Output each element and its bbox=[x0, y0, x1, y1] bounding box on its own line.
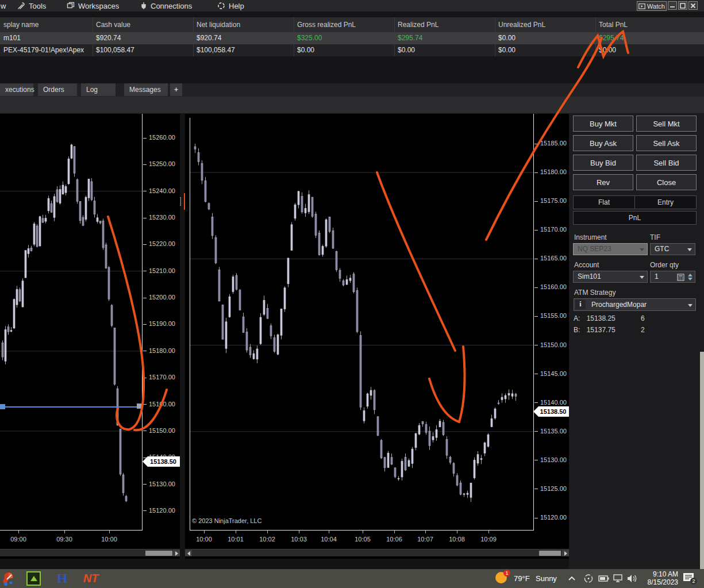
main-scrollbar-thumb[interactable] bbox=[539, 551, 561, 556]
chevron-down-icon bbox=[688, 304, 693, 307]
tab-messages[interactable]: Messages bbox=[124, 83, 168, 96]
y-tick-mark bbox=[534, 287, 538, 288]
line-right-handle[interactable] bbox=[137, 403, 142, 409]
info-icon[interactable]: i bbox=[575, 300, 586, 309]
buy-mkt-button[interactable]: Buy Mkt bbox=[573, 116, 633, 132]
line-left-handle[interactable] bbox=[0, 404, 5, 409]
column-header[interactable]: Total PnL bbox=[599, 17, 701, 32]
app-maximize-button[interactable] bbox=[678, 1, 687, 10]
app-minimize-button[interactable] bbox=[668, 1, 677, 10]
taskbar-ninjatrader-icon[interactable]: NT bbox=[80, 571, 101, 586]
tif-select[interactable]: GTC bbox=[650, 243, 695, 255]
menu-item-help[interactable]: Help bbox=[217, 0, 244, 11]
x-tick-mark bbox=[488, 531, 489, 533]
watch-button[interactable]: Watch bbox=[637, 1, 667, 11]
taskbar-app-icon-3[interactable]: H bbox=[54, 571, 70, 586]
left-price-tag: 15138.50 bbox=[143, 456, 180, 467]
buy-bid-button[interactable]: Buy Bid bbox=[573, 155, 633, 171]
tab-orders[interactable]: Orders bbox=[38, 83, 77, 96]
main-scroll-left-arrow[interactable] bbox=[185, 550, 192, 556]
y-tick-mark bbox=[143, 244, 147, 245]
sell-ask-button[interactable]: Sell Ask bbox=[636, 135, 697, 151]
taskbar-app-icon-2[interactable] bbox=[26, 571, 41, 586]
y-tick-mark bbox=[534, 144, 538, 144]
weather-icon[interactable]: 1 bbox=[495, 572, 508, 585]
add-tab-button[interactable]: + bbox=[170, 83, 182, 96]
dom-instrument-select[interactable]: NQ SEP23 bbox=[573, 243, 648, 255]
column-header[interactable]: splay name bbox=[3, 17, 89, 32]
column-separator bbox=[93, 17, 93, 56]
rev-button[interactable]: Rev bbox=[573, 174, 633, 190]
tray-battery-icon[interactable] bbox=[598, 574, 610, 583]
main-chart-scrollbar[interactable] bbox=[185, 549, 569, 556]
qty-down-arrow[interactable] bbox=[688, 278, 693, 280]
workspaces-icon bbox=[67, 2, 75, 10]
plug-icon bbox=[140, 2, 147, 10]
column-header[interactable]: Gross realized PnL bbox=[297, 17, 391, 32]
tab-entry[interactable]: Entry bbox=[634, 195, 697, 209]
x-tick-mark bbox=[267, 531, 268, 533]
tray-volume-icon[interactable] bbox=[626, 574, 638, 583]
table-cell: $295.74 bbox=[599, 32, 701, 44]
left-time-axis[interactable]: 09:0009:3010:00 bbox=[0, 531, 180, 547]
table-row[interactable]: PEX-45179-01!Apex!Apex$100,058.47$100,05… bbox=[0, 44, 704, 56]
tab-pnl[interactable]: PnL bbox=[573, 211, 697, 225]
column-header[interactable]: Unrealized PnL bbox=[498, 17, 592, 32]
y-tick-label: 15125.00 bbox=[540, 485, 567, 492]
menu-item-connections[interactable]: Connections bbox=[140, 0, 192, 11]
tab-xecutions[interactable]: xecutions bbox=[0, 83, 33, 96]
buy-ask-button[interactable]: Buy Ask bbox=[573, 135, 633, 151]
y-tick-label: 15130.00 bbox=[149, 481, 175, 487]
tray-network-icon[interactable] bbox=[613, 574, 624, 583]
y-tick-label: 15150.00 bbox=[540, 341, 567, 348]
left-scroll-right-arrow[interactable] bbox=[173, 550, 180, 556]
qty-up-arrow[interactable] bbox=[688, 274, 693, 276]
tray-expand-icon[interactable] bbox=[568, 575, 576, 581]
table-cell: $100,058.47 bbox=[96, 44, 190, 56]
calculator-icon[interactable] bbox=[677, 274, 684, 281]
y-tick-label: 15230.00 bbox=[149, 214, 175, 221]
tab-log[interactable]: Log bbox=[81, 83, 116, 96]
y-tick-label: 15140.00 bbox=[540, 399, 567, 406]
quantity-stepper[interactable]: 1 bbox=[650, 271, 695, 283]
menu-item-tools[interactable]: Tools bbox=[17, 0, 46, 11]
column-header[interactable]: Cash value bbox=[96, 17, 190, 32]
horizontal-line-15160[interactable] bbox=[0, 406, 142, 408]
account-select[interactable]: Sim101 bbox=[573, 271, 648, 283]
tab-flat[interactable]: Flat bbox=[573, 195, 635, 209]
tray-onedrive-icon[interactable] bbox=[583, 574, 594, 583]
main-time-axis[interactable]: 10:0010:0110:0210:0310:0410:0510:0610:07… bbox=[185, 531, 569, 547]
main-scroll-right-arrow[interactable] bbox=[562, 550, 569, 556]
left-chart-plot[interactable] bbox=[0, 114, 142, 530]
atm-strategy-select[interactable]: i ProchargedMopar bbox=[574, 298, 696, 311]
clock[interactable]: 9:10 AM 8/15/2023 bbox=[643, 570, 678, 586]
table-row[interactable]: m101$920.74$920.74$325.00$295.74$0.00$29… bbox=[0, 32, 704, 44]
menu-item-partial[interactable]: w bbox=[1, 0, 6, 11]
weather-temp[interactable]: 79°F bbox=[514, 574, 530, 583]
column-header[interactable]: Net liquidation bbox=[197, 17, 290, 32]
main-chart-plot[interactable] bbox=[190, 118, 533, 530]
menu-item-workspaces[interactable]: Workspaces bbox=[67, 0, 119, 11]
weather-condition[interactable]: Sunny bbox=[536, 574, 557, 583]
table-cell: $0.00 bbox=[599, 44, 701, 56]
y-tick-label: 15135.00 bbox=[540, 428, 567, 435]
left-scrollbar-thumb[interactable] bbox=[145, 551, 172, 556]
desktop-edge-strip bbox=[700, 352, 704, 569]
sell-bid-button[interactable]: Sell Bid bbox=[636, 155, 697, 171]
y-tick-label: 15120.00 bbox=[540, 514, 567, 521]
x-tick-mark bbox=[394, 531, 395, 533]
notification-center-icon[interactable]: 2 bbox=[683, 572, 695, 583]
left-chart-scrollbar[interactable] bbox=[0, 549, 180, 556]
ninjatrader-window: w Tools Workspaces Connections Help Watc… bbox=[0, 0, 704, 588]
close-button[interactable]: Close bbox=[636, 174, 697, 190]
main-chart-left-border bbox=[190, 118, 190, 530]
taskbar-app-icon-1[interactable] bbox=[1, 571, 16, 586]
y-tick-label: 15200.00 bbox=[149, 294, 175, 301]
app-close-button[interactable] bbox=[688, 1, 698, 10]
x-tick-mark bbox=[109, 531, 110, 533]
y-tick-mark bbox=[143, 138, 147, 139]
y-tick-label: 15165.00 bbox=[540, 255, 567, 262]
sell-mkt-button[interactable]: Sell Mkt bbox=[636, 116, 697, 132]
column-header[interactable]: Realized PnL bbox=[398, 17, 491, 32]
y-tick-label: 15220.00 bbox=[149, 240, 175, 247]
